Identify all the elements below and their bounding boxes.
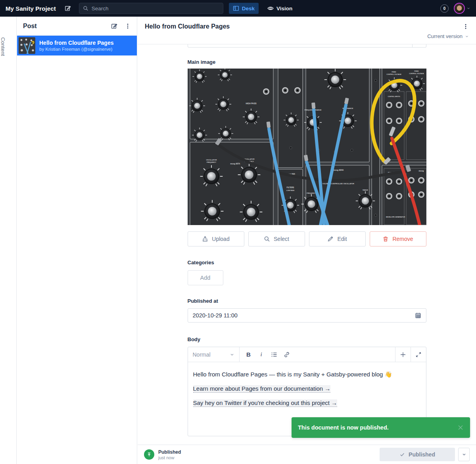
select-label: Select [274,236,289,242]
tab-desk[interactable]: Desk [229,3,259,14]
document-header: Hello from Cloudflare Pages Current vers… [138,17,476,44]
upload-icon [202,236,208,242]
select-button[interactable]: Select [248,231,305,246]
format-buttons: B i [240,347,395,362]
list-pane-title: Post [23,23,104,30]
top-navbar: My Sanity Project Desk Vision 0 [0,0,476,17]
publish-status: Published [158,449,181,455]
svg-text:ENVELOPE GENERATOR: ENVELOPE GENERATOR [386,216,405,218]
document-form-scroll: Main image [138,44,476,445]
version-selector[interactable]: Current version [138,30,476,44]
chevron-down-icon [462,452,466,457]
text-style-select[interactable]: Normal [188,347,240,362]
published-at-field[interactable] [188,308,426,323]
svg-text:CONTROL VOLTAGE: CONTROL VOLTAGE [409,73,424,74]
search-input[interactable] [92,6,219,11]
bullet-list-button[interactable] [268,349,280,360]
list-pane-header: Post [17,17,137,36]
body-paragraph: Say hey on Twitter if you're checking ou… [193,399,421,407]
list-item-subtitle: by Kristian Freeman (@signalnerve) [39,47,113,52]
list-item-thumbnail [19,37,35,54]
add-category-button[interactable]: Add [188,270,223,285]
edit-button[interactable]: Edit [309,231,366,246]
check-icon [399,452,405,457]
svg-text:FREQUENCY: FREQUENCY [207,162,216,163]
body-link[interactable]: Learn more about Pages from our document… [193,385,331,393]
insert-block-button[interactable] [395,347,411,362]
body-label: Body [188,336,426,342]
kebab-icon [125,23,131,29]
project-title: My Sanity Project [6,5,56,12]
remove-label: Remove [392,236,413,242]
global-search[interactable] [79,3,223,14]
upload-button[interactable]: Upload [188,231,244,246]
content-strip-label: Content [0,37,6,56]
body-paragraph: Learn more about Pages from our document… [193,384,421,393]
document-menu-button[interactable] [463,23,469,30]
list-menu-button[interactable] [125,23,131,29]
kebab-icon [463,23,469,30]
create-new-post-button[interactable] [111,23,117,29]
pencil-icon [327,236,334,242]
list-item-texts: Hello from Cloudflare Pages by Kristian … [39,40,113,52]
svg-text:CONTROL VOLTAGE: CONTROL VOLTAGE [386,74,401,75]
editor-content[interactable]: Hello from Cloudflare Pages — this is my… [188,362,426,409]
synthesizer-photo: HIGH PASS moog 907A OSCILLATOR OSCILLATO… [188,69,426,225]
edit-label: Edit [337,236,347,242]
body-link[interactable]: Say hey on Twitter if you're checking ou… [193,399,338,407]
publish-status-icon [144,449,154,460]
list-icon [271,351,277,358]
svg-text:CONTROL INPUTS: CONTROL INPUTS [388,96,400,97]
search-icon [83,6,88,11]
tab-vision[interactable]: Vision [263,3,296,14]
slug-field-partial[interactable] [188,44,426,48]
version-label: Current version [427,33,463,39]
chevron-down-icon [466,6,470,10]
list-item[interactable]: Hello from Cloudflare Pages by Kristian … [17,36,137,55]
remove-button[interactable]: Remove [370,231,426,246]
link-icon [284,351,290,358]
publish-time: just now [158,455,181,460]
link-button[interactable] [281,349,293,360]
notifications-badge[interactable]: 0 [440,4,449,13]
upload-label: Upload [212,236,229,242]
body-paragraph[interactable]: Hello from Cloudflare Pages — this is my… [193,370,421,379]
form-column: Main image [188,44,426,436]
publish-status-texts: Published just now [158,449,181,460]
tab-vision-label: Vision [276,6,292,11]
publish-button-label: Published [409,451,435,458]
content-strip[interactable]: Content [0,17,17,464]
sanity-studio: My Sanity Project Desk Vision 0 Content … [0,0,476,464]
svg-text:FILTERS: FILTERS [286,187,294,189]
compose-icon [111,23,117,29]
publish-arrow-icon [146,452,152,457]
thumbnail-image [19,37,35,54]
user-menu[interactable] [454,3,470,14]
text-style-value: Normal [193,351,211,358]
document-editor-pane: Hello from Cloudflare Pages Current vers… [138,17,476,464]
new-document-button[interactable] [65,5,71,11]
svg-text:RANGE: RANGE [363,189,368,191]
fullscreen-button[interactable] [411,347,426,362]
publish-menu-button[interactable] [458,448,470,461]
main-image-preview[interactable]: HIGH PASS moog 907A OSCILLATOR OSCILLATO… [188,69,426,225]
document-footer: Published just now Published [138,445,476,464]
categories-label: Categories [188,260,426,265]
svg-text:VOLTAGE CONTROLLED OSCILLATOR: VOLTAGE CONTROLLED OSCILLATOR [322,183,355,185]
svg-text:moog 904A: moog 904A [333,169,344,171]
bold-button[interactable]: B [243,349,255,360]
italic-button[interactable]: i [255,349,267,360]
compose-icon [65,5,71,11]
slug-generate-divider [412,44,413,47]
document-title: Hello from Cloudflare Pages [145,23,463,30]
publish-button[interactable]: Published [380,448,455,461]
plus-icon [400,351,406,358]
svg-text:FREQUENCY: FREQUENCY [307,193,316,194]
eye-icon [267,5,274,11]
toast-message: This document is now published. [298,424,457,431]
avatar [454,3,465,14]
calendar-icon[interactable] [415,312,421,319]
main-image-label: Main image [188,59,426,65]
toast-close-button[interactable] [457,424,464,431]
published-at-input[interactable] [193,312,411,319]
